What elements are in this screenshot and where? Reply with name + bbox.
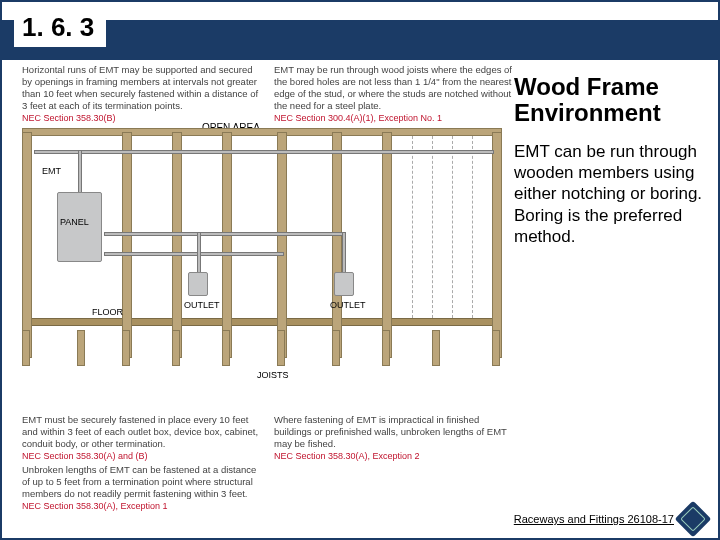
stud	[492, 132, 502, 358]
outlet-label: OUTLET	[184, 300, 220, 310]
caption-ref: NEC Section 358.30(A), Exception 2	[274, 451, 420, 461]
stud	[222, 132, 232, 358]
stud	[122, 132, 132, 358]
floor-label: FLOOR	[92, 307, 123, 317]
joists-label: JOISTS	[257, 370, 289, 380]
nccer-logo-icon	[675, 501, 712, 538]
emt-run	[104, 252, 284, 256]
joist	[382, 330, 390, 366]
caption-top-left: Horizontal runs of EMT may be supported …	[22, 64, 262, 124]
top-plate	[22, 128, 502, 136]
emt-run	[34, 150, 494, 154]
floor-plate	[22, 318, 502, 326]
joist	[432, 330, 440, 366]
caption-ref: NEC Section 358.30(B)	[22, 113, 116, 123]
footer: Raceways and Fittings 26108-17	[514, 506, 706, 532]
title-line2: Environment	[514, 99, 661, 126]
caption-ref: NEC Section 300.4(A)(1), Exception No. 1	[274, 113, 442, 123]
caption-text: EMT must be securely fastened in place e…	[22, 414, 258, 449]
caption-bottom-left: EMT must be securely fastened in place e…	[22, 414, 262, 462]
joist	[492, 330, 500, 366]
caption-text: EMT may be run through wood joists where…	[274, 64, 512, 111]
caption-text: Unbroken lengths of EMT can be fastened …	[22, 464, 256, 499]
caption-bottom-right: Where fastening of EMT is impractical in…	[274, 414, 514, 462]
joist	[22, 330, 30, 366]
dashed-line	[432, 136, 433, 318]
stud	[22, 132, 32, 358]
dashed-line	[452, 136, 453, 318]
caption-text: Horizontal runs of EMT may be supported …	[22, 64, 258, 111]
joist	[172, 330, 180, 366]
outlet-box	[334, 272, 354, 296]
dashed-line	[412, 136, 413, 318]
wood-frame-diagram: OPEN AREA EMT PANEL	[22, 122, 502, 402]
joist	[77, 330, 85, 366]
body-text: EMT can be run through wooden members us…	[514, 141, 704, 247]
joist	[277, 330, 285, 366]
footer-text: Raceways and Fittings 26108-17	[514, 513, 674, 525]
emt-run	[342, 232, 346, 274]
page-title: Wood Frame Environment	[514, 74, 704, 127]
joist	[332, 330, 340, 366]
caption-ref: NEC Section 358.30(A) and (B)	[22, 451, 148, 461]
title-bar	[2, 20, 718, 60]
caption-text: Where fastening of EMT is impractical in…	[274, 414, 507, 449]
dashed-line	[472, 136, 473, 318]
electrical-panel	[57, 192, 102, 262]
caption-ref: NEC Section 358.30(A), Exception 1	[22, 501, 168, 511]
emt-run	[78, 150, 82, 194]
title-line1: Wood Frame	[514, 73, 659, 100]
emt-label: EMT	[42, 166, 61, 176]
stud	[332, 132, 342, 358]
emt-run	[197, 232, 201, 274]
right-column: Wood Frame Environment EMT can be run th…	[514, 74, 704, 247]
outlet-box	[188, 272, 208, 296]
stud	[172, 132, 182, 358]
joist	[122, 330, 130, 366]
emt-run	[104, 232, 344, 236]
caption-top-right: EMT may be run through wood joists where…	[274, 64, 514, 124]
content-area: Horizontal runs of EMT may be supported …	[14, 64, 706, 508]
section-number: 1. 6. 3	[14, 8, 106, 47]
figure-area: Horizontal runs of EMT may be supported …	[14, 64, 514, 484]
stud	[277, 132, 287, 358]
caption-bottom-left-2: Unbroken lengths of EMT can be fastened …	[22, 464, 262, 512]
stud	[382, 132, 392, 358]
panel-label: PANEL	[60, 217, 89, 227]
joist	[222, 330, 230, 366]
outlet-label: OUTLET	[330, 300, 366, 310]
